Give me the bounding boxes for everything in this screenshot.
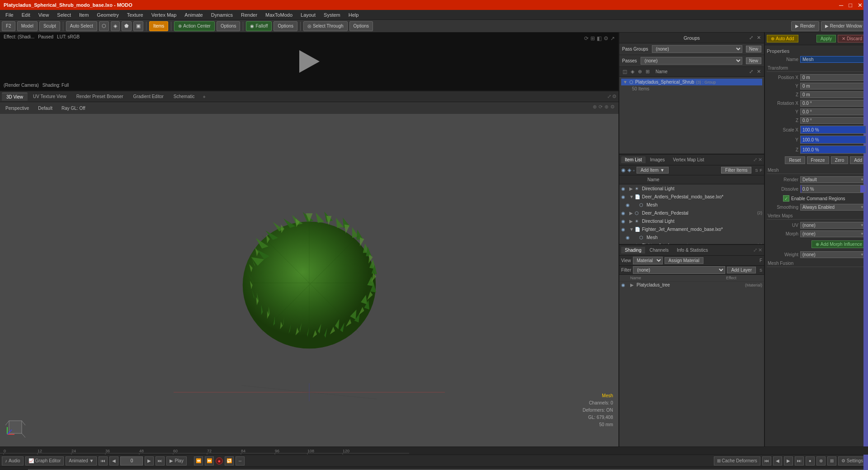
scale-x-slider[interactable]: 100.0 % [800,126,866,134]
add-layer-btn[interactable]: Add Layer [727,267,756,273]
groups-expand-icon[interactable]: ⤢ [748,34,755,41]
item-deer-file[interactable]: ◉ ▼ 📄 Deer_Antlers_Pedestal_modo_base.lx… [619,193,764,201]
options-btn-1[interactable]: Options [217,21,240,31]
name-input[interactable] [800,56,866,63]
auto-select-btn[interactable]: Auto Select [66,21,97,31]
maximize-btn[interactable]: □ [847,2,854,9]
items-vis-icon-2[interactable]: ◈ [627,167,631,173]
transport-prev[interactable]: ◀ [109,456,118,465]
menu-layout[interactable]: Layout [297,11,319,19]
discard-btn[interactable]: ✕ Discard [838,35,866,42]
tab-vertex-map[interactable]: Vertex Map List [670,156,708,163]
extra-btn-6[interactable]: ⊕ [816,456,826,465]
item-mesh-1[interactable]: ◉ ⬡ Mesh [624,201,764,209]
group-item-platycladus[interactable]: ▼ ⬡ Platycladus_Spherical_Shrub (3) : Gr… [621,79,762,85]
item-directional-light-2[interactable]: ◉ ▶ ☀ Directional Light [619,217,764,225]
tab-gradient-editor[interactable]: Gradient Editor [129,93,168,100]
item-fighter-group[interactable]: ◉ ▶ ⬡ Fighter_Jet_Armament (2) [619,241,764,244]
extra-btn-7[interactable]: ⊞ [827,456,836,465]
vp-icon-1[interactable]: ⊕ [593,104,597,110]
items-vis-icon-3[interactable]: ◦ [633,168,635,173]
item-directional-light-1[interactable]: ◉ ▶ ☀ Directional Light [619,184,764,193]
select-through-btn[interactable]: ◎ Select Through [303,21,348,31]
menu-animate[interactable]: Animate [181,11,206,19]
reset-btn[interactable]: Reset [785,156,805,164]
items-btn[interactable]: Items [149,21,168,31]
sculpt-btn[interactable]: Sculpt [39,21,60,31]
menu-view[interactable]: View [35,11,53,19]
viewport-expand-icon[interactable]: ⤢ [607,94,611,99]
scale-y-slider[interactable]: 100.0 % [800,136,866,144]
next-frame-btn[interactable]: ⏩ [205,456,214,465]
preview-icon-5[interactable]: ↗ [610,35,615,42]
mode-icon-3[interactable]: ⬟ [122,21,132,31]
items-close-icon[interactable]: ✕ [758,157,762,163]
auto-add-btn[interactable]: ⊕ Auto Add [767,35,798,42]
shading-close-icon[interactable]: ✕ [758,247,762,253]
items-vis-icon-1[interactable]: ◉ [621,167,626,173]
dissolve-drag-handle[interactable] [860,185,866,193]
assign-material-btn[interactable]: Assign Material [665,257,703,264]
groups-icon-3[interactable]: ⊕ [637,68,643,75]
transport-next[interactable]: ▶ [145,456,154,465]
preview-icon-2[interactable]: ⊞ [590,35,595,42]
shading-row-platycladus[interactable]: ◉ ▶ Platycladus_tree (Material) [619,282,764,288]
groups-icon-1[interactable]: ◫ [621,68,628,75]
options-btn-3[interactable]: Options [349,21,373,31]
menu-item[interactable]: Item [75,11,92,19]
render-btn[interactable]: ▶ Render [791,21,819,31]
transport-prev-prev[interactable]: ⏮ [99,456,108,465]
new-pass-btn[interactable]: New [746,46,761,52]
perspective-btn[interactable]: Perspective [4,105,31,111]
bounce-btn[interactable]: ↔ [236,456,245,465]
tab-schematic[interactable]: Schematic [169,93,199,100]
tab-images[interactable]: Images [646,156,669,163]
ray-gl-btn[interactable]: Ray GL: Off [60,105,87,111]
vp-icon-4[interactable]: ⚙ [610,104,615,110]
items-expand-icon[interactable]: ⤢ [753,157,757,163]
uv-dropdown[interactable]: (none) [800,222,866,229]
tab-render-preset[interactable]: Render Preset Browser [72,93,128,100]
falloff-btn[interactable]: ◉ Falloff [246,21,272,31]
apply-btn[interactable]: Apply [816,35,836,42]
extra-btn-5[interactable]: ● [806,456,815,465]
scale-z-slider[interactable]: 100.0 % [800,146,866,154]
render-window-btn[interactable]: ▶ Render Window [821,21,866,31]
animated-btn[interactable]: Animated ▼ [66,456,97,465]
time-input[interactable] [120,456,143,465]
groups-collapse-all-icon[interactable]: ✕ [755,68,762,75]
menu-edit[interactable]: Edit [18,11,34,19]
settings-btn[interactable]: ⚙ Settings [838,456,866,465]
default-btn[interactable]: Default [36,105,54,111]
graph-editor-btn[interactable]: 📈 Graph Editor [25,456,64,465]
vp-icon-3[interactable]: ⊕ [604,104,609,110]
menu-file[interactable]: File [2,11,17,19]
menu-texture[interactable]: Texture [123,11,147,19]
menu-maxtomodo[interactable]: MaxToModo [262,11,296,19]
pass-groups-select[interactable]: (none) [652,45,742,53]
item-deer-group[interactable]: ◉ ▶ ⬡ Deer_Antlers_Pedestal (2) [619,209,764,217]
menu-help[interactable]: Help [345,11,363,19]
extra-btn-4[interactable]: ⏭ [795,456,804,465]
extra-btn-3[interactable]: ▶ [784,456,793,465]
menu-geometry[interactable]: Geometry [93,11,122,19]
play-btn[interactable]: ▶ Play [166,456,186,465]
shading-expand-icon[interactable]: ⤢ [753,247,757,253]
vp-icon-2[interactable]: ⟳ [599,104,603,110]
groups-icon-4[interactable]: ⊞ [644,68,651,75]
mode-icon-2[interactable]: ◈ [111,21,120,31]
cache-deformers-btn[interactable]: ⊞ Cache Deformers [714,456,760,465]
pos-x-value[interactable]: 0 m [800,74,866,81]
render-dropdown[interactable]: Default [800,176,866,183]
add-morph-btn[interactable]: ⊕ Add Morph Influence [811,240,866,248]
zero-btn[interactable]: Zero [831,156,849,164]
add-item-btn[interactable]: Add Item ▼ [637,167,669,174]
mode-label-btn[interactable]: F2 [2,21,15,31]
audio-btn[interactable]: ♪ Audio [2,456,24,465]
mode-icon-4[interactable]: ▣ [133,21,143,31]
transport-next-next[interactable]: ⏭ [156,456,165,465]
loop-btn[interactable]: 🔁 [225,456,234,465]
groups-expand-all-icon[interactable]: ⤢ [748,68,755,75]
pos-z-value[interactable]: 0 m [800,91,866,98]
rot-y-value[interactable]: 0.0 ° [800,108,866,115]
